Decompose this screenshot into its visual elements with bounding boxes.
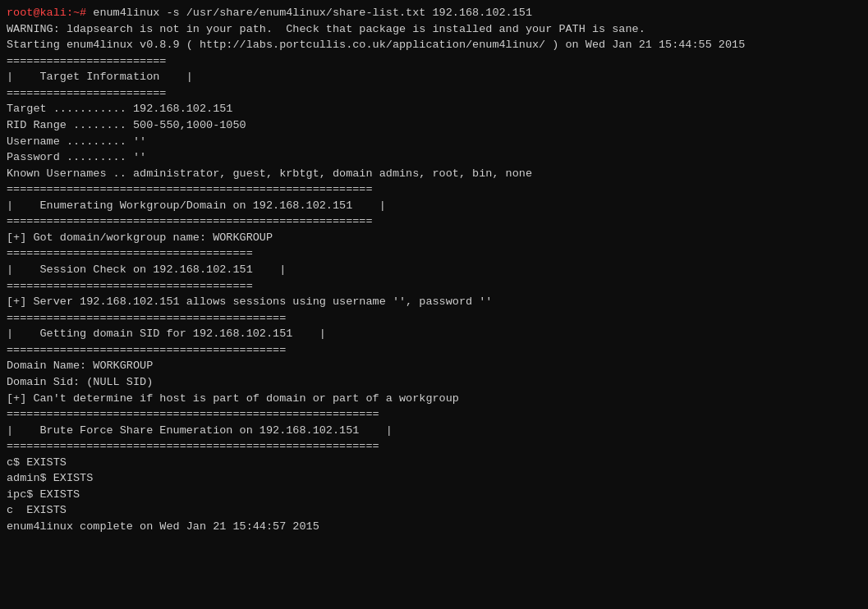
terminal-line: Target ........... 192.168.102.151 xyxy=(7,101,861,117)
terminal-line: Password ......... '' xyxy=(7,149,861,166)
terminal-line: Starting enum4linux v0.8.9 ( http://labs… xyxy=(7,37,861,53)
terminal-line: ======================== xyxy=(7,53,861,70)
terminal-line: c$ EXISTS xyxy=(7,455,861,471)
terminal-line: | Session Check on 192.168.102.151 | xyxy=(7,262,861,278)
terminal-line: | Target Information | xyxy=(7,69,861,85)
terminal-line: ======================== xyxy=(7,85,861,102)
terminal-line: ===================================== xyxy=(7,245,861,262)
terminal-line: WARNING: ldapsearch is not in your path.… xyxy=(7,21,861,38)
terminal-line: [+] Got domain/workgroup name: WORKGROUP xyxy=(7,230,861,246)
terminal-line: ========================================… xyxy=(7,438,861,455)
terminal-line: RID Range ........ 500-550,1000-1050 xyxy=(7,117,861,134)
terminal-line: Domain Sid: (NULL SID) xyxy=(7,374,861,391)
terminal-line: ========================================… xyxy=(7,406,861,423)
terminal-line: [+] Server 192.168.102.151 allows sessio… xyxy=(7,294,861,310)
terminal-line: Username ......... '' xyxy=(7,134,861,150)
terminal-line: [+] Can't determine if host is part of d… xyxy=(7,391,861,407)
terminal-line: ========================================… xyxy=(7,310,861,327)
terminal-line: c EXISTS xyxy=(7,502,861,519)
terminal-line: | Enumerating Workgroup/Domain on 192.16… xyxy=(7,198,861,214)
terminal-line: | Brute Force Share Enumeration on 192.1… xyxy=(7,423,861,439)
terminal-line: | Getting domain SID for 192.168.102.151… xyxy=(7,326,861,342)
terminal-line: ===================================== xyxy=(7,278,861,295)
terminal-line: ========================================… xyxy=(7,181,861,198)
terminal-window[interactable]: root@kali:~# enum4linux -s /usr/share/en… xyxy=(0,0,868,609)
terminal-line: enum4linux complete on Wed Jan 21 15:44:… xyxy=(7,519,861,535)
terminal-line: admin$ EXISTS xyxy=(7,470,861,487)
terminal-line: ========================================… xyxy=(7,213,861,230)
terminal-line: ========================================… xyxy=(7,342,861,359)
terminal-line: root@kali:~# enum4linux -s /usr/share/en… xyxy=(7,5,861,21)
terminal-line: ipc$ EXISTS xyxy=(7,487,861,503)
terminal-line: Known Usernames .. administrator, guest,… xyxy=(7,166,861,182)
prompt-user: root@kali:~# xyxy=(7,7,86,19)
prompt-command: enum4linux -s /usr/share/enum4linux/shar… xyxy=(86,7,532,19)
terminal-line: Domain Name: WORKGROUP xyxy=(7,358,861,374)
